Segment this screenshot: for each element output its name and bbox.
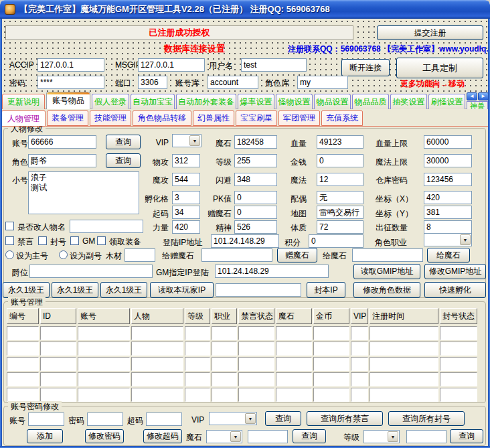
table-cell[interactable] [238, 372, 274, 386]
pk-input[interactable]: 0 [234, 191, 277, 204]
accip-input[interactable]: 127.0.0.1 [37, 58, 104, 72]
expedition-input[interactable]: 8 [424, 220, 472, 234]
list-item[interactable]: 测试 [31, 183, 137, 193]
login-ip-input[interactable]: 101.24.148.29 [211, 234, 279, 248]
port-input[interactable]: 3306 [138, 76, 167, 89]
table-cell[interactable] [185, 388, 210, 402]
noble-title-input[interactable] [29, 265, 153, 278]
perm-king-button-1[interactable]: 永久1级王 [3, 282, 50, 298]
vip-combo[interactable]: ▼ [172, 134, 201, 147]
table-column-header[interactable]: 禁言状态 [238, 308, 274, 324]
tool-customize-button[interactable]: 工具定制 [396, 58, 483, 78]
subtab-person-mgmt[interactable]: 人物管理 [1, 110, 46, 127]
table-cell[interactable] [440, 388, 477, 402]
class-combo[interactable]: ▼ [424, 233, 472, 246]
sub-account-radio[interactable] [59, 250, 68, 259]
money-input[interactable]: 0 [317, 154, 363, 167]
table-cell[interactable] [212, 326, 237, 340]
table-cell[interactable] [238, 342, 274, 356]
table-cell[interactable] [7, 342, 39, 356]
tab-scroll-right-icon[interactable]: ► [478, 92, 489, 100]
chevron-down-icon[interactable]: ▼ [230, 431, 241, 442]
main-account-radio[interactable] [5, 250, 14, 259]
table-cell[interactable] [276, 326, 312, 340]
modify-gmip-button[interactable]: 修改GMIP地址 [424, 264, 486, 279]
player-ip-input[interactable] [216, 283, 301, 297]
gm-ip-input[interactable]: 101.24.148.29 [215, 265, 329, 278]
read-gmip-button[interactable]: 读取GMIP地址 [353, 264, 420, 279]
quick-hatch-button[interactable]: 快速孵化 [424, 282, 486, 298]
tab-overflow-partial[interactable]: 神兽 [467, 101, 488, 109]
subtab-guild-mgmt[interactable]: 军团管理 [278, 110, 320, 126]
account-db-input[interactable]: account [208, 76, 258, 89]
watk-input[interactable]: 312 [172, 154, 200, 167]
tab-monster-config[interactable]: 怪物设置 [276, 94, 313, 109]
table-cell[interactable] [185, 372, 210, 386]
table-column-header[interactable]: 人物 [131, 308, 183, 324]
table-cell[interactable] [351, 372, 368, 386]
table-cell[interactable] [440, 342, 477, 356]
perm-king-button-2[interactable]: 永久1级王 [52, 282, 98, 298]
table-cell[interactable] [313, 372, 349, 386]
tab-fake-login[interactable]: 假人登录 [92, 94, 129, 109]
tab-auto-add-pet[interactable]: 自动加宝宝 [131, 94, 175, 109]
str-input[interactable]: 420 [172, 220, 200, 234]
subtab-skill-mgmt[interactable]: 技能管理 [90, 110, 131, 126]
add-account-button[interactable]: 添加 [27, 429, 63, 443]
give-gift-stone-input[interactable] [201, 248, 272, 262]
pwd-vip-combo[interactable]: ▼ [209, 412, 257, 425]
table-cell[interactable] [78, 326, 130, 340]
table-cell[interactable] [7, 326, 39, 340]
role-db-input[interactable]: my [297, 76, 348, 89]
score-input[interactable]: 0 [309, 234, 363, 248]
modify-role-data-button[interactable]: 修改角色数据 [353, 282, 420, 298]
spirit-input[interactable]: 526 [234, 220, 277, 234]
subtab-equip-mgmt[interactable]: 装备管理 [47, 110, 88, 126]
rename-checkbox[interactable] [5, 222, 14, 230]
tab-item-quality[interactable]: 物品品质 [352, 94, 389, 109]
chevron-down-icon[interactable]: ▼ [245, 413, 256, 424]
level-amount-input[interactable] [406, 430, 446, 443]
table-cell[interactable] [276, 388, 312, 402]
table-cell[interactable] [212, 372, 237, 386]
subtab-recharge[interactable]: 充值系统 [321, 110, 363, 126]
coordy-input[interactable]: 381 [424, 206, 472, 219]
table-cell[interactable] [313, 326, 349, 340]
table-cell[interactable] [40, 342, 76, 356]
pwd-query-button[interactable]: 查询 [265, 411, 301, 426]
table-cell[interactable] [351, 357, 368, 371]
username-input[interactable]: test [241, 58, 307, 72]
table-cell[interactable] [440, 357, 477, 371]
table-column-header[interactable]: 编号 [7, 308, 39, 324]
tab-update-notes[interactable]: 更新说明 [2, 94, 45, 109]
supercode-input[interactable] [146, 413, 182, 426]
table-cell[interactable] [131, 326, 183, 340]
table-cell[interactable] [78, 372, 130, 386]
table-cell[interactable] [78, 357, 130, 371]
list-item[interactable]: 浪子 [31, 173, 137, 183]
spouse-input[interactable]: 无 [317, 191, 363, 204]
modify-password-button[interactable]: 修改密码 [85, 429, 124, 443]
table-cell[interactable] [370, 372, 438, 386]
tab-scroll-left-icon[interactable]: ◄ [467, 92, 477, 100]
table-cell[interactable] [238, 388, 274, 402]
account-input[interactable]: 66666 [28, 135, 96, 149]
wood-input[interactable] [125, 248, 155, 262]
mute-checkbox[interactable] [5, 236, 14, 245]
password-input[interactable]: **** [37, 76, 104, 89]
table-cell[interactable] [351, 326, 368, 340]
table-cell[interactable] [370, 342, 438, 356]
table-cell[interactable] [212, 342, 237, 356]
tab-lottery-config[interactable]: 抽奖设置 [390, 94, 427, 109]
table-cell[interactable] [185, 357, 210, 371]
mstone-query-button[interactable]: 查询 [293, 429, 326, 443]
giftstone-input[interactable]: 0 [234, 206, 277, 219]
chevron-down-icon[interactable]: ▼ [388, 431, 398, 442]
table-column-header[interactable]: ID [40, 308, 76, 324]
gm-checkbox[interactable] [70, 236, 79, 245]
table-cell[interactable] [40, 372, 76, 386]
level-query-button[interactable]: 查询 [450, 429, 483, 443]
hpmax-input[interactable]: 60000 [424, 135, 472, 149]
give-stone-button[interactable]: 给魔石 [427, 248, 470, 263]
table-column-header[interactable]: 职业 [212, 308, 237, 324]
